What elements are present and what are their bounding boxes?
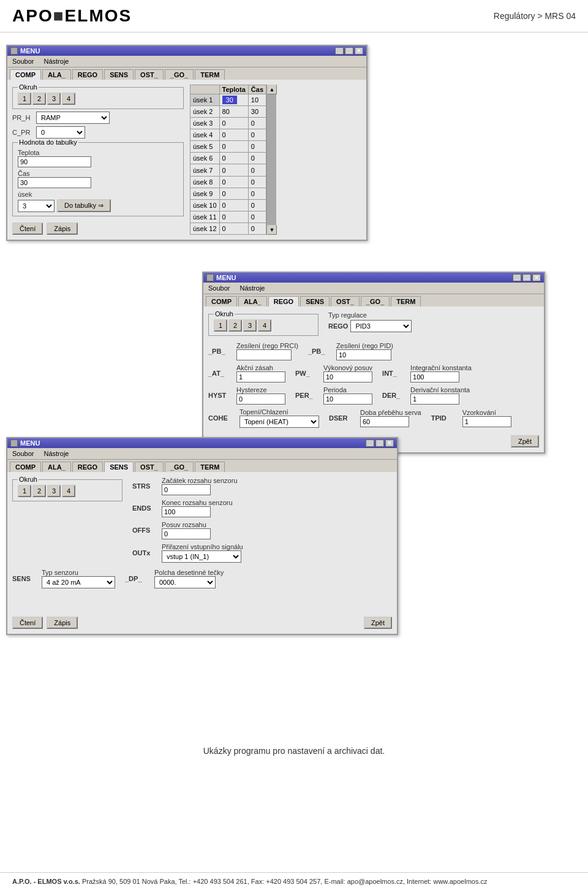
topeni-chlazeni-select[interactable]: Topení (HEAT) Chlazení (COOL) [239, 416, 319, 428]
c-pr-select[interactable]: 0 [36, 126, 85, 139]
w2-okruh-btn-2[interactable]: 2 [228, 319, 242, 332]
win3-menu-soubor[interactable]: Soubor [10, 449, 36, 458]
vzorkovani-input[interactable]: 1 [462, 416, 511, 427]
win2-row1: Okruh 1 2 3 4 Typ regulace REGO PID3 P [208, 311, 539, 338]
prirazeni-label: Přiřazení vstupního signálu [162, 543, 243, 550]
offs-input[interactable]: 0 [162, 528, 211, 539]
w3-tab-comp[interactable]: COMP [10, 462, 41, 472]
pr-h-select[interactable]: RAMP STEP NONE [36, 112, 110, 124]
win1-maximize[interactable]: □ [345, 47, 353, 55]
tab-rego[interactable]: REGO [72, 69, 103, 80]
usek-cas-cell: 0 [248, 211, 266, 222]
win3-zapis-btn[interactable]: Zápis [47, 617, 78, 629]
w2-okruh-btn-1[interactable]: 1 [214, 319, 227, 332]
usek-table: Teplota Čas úsek 13010úsek 28030úsek 300… [190, 85, 266, 235]
w2-tab-go[interactable]: _GO_ [361, 296, 390, 306]
win3-close[interactable]: ✕ [385, 439, 394, 447]
win3-minimize[interactable]: _ [366, 439, 374, 447]
w3-tab-ala[interactable]: ALA_ [42, 462, 71, 472]
win1-menu-nastroje[interactable]: Nástroje [41, 57, 71, 66]
usek-teplota-cell: 0 [219, 164, 248, 176]
w3-okruh-btn-4[interactable]: 4 [62, 485, 75, 497]
w2-tab-ost[interactable]: OST_ [331, 296, 360, 306]
win2-zpet-btn[interactable]: Zpět [511, 435, 539, 447]
w3-okruh-btn-3[interactable]: 3 [47, 485, 61, 497]
usek-row-label: úsek 9 [190, 188, 220, 199]
tab-sens[interactable]: SENS [104, 69, 134, 80]
typ-senzoru-select[interactable]: 4 až 20 mA 0-10VPt100Pt1000 [42, 576, 115, 588]
okruh-btn-4[interactable]: 4 [62, 93, 75, 105]
cas-input[interactable]: 30 [18, 177, 91, 188]
w3-tab-sens[interactable]: SENS [104, 462, 134, 472]
integracni-input[interactable]: 100 [410, 371, 459, 382]
w2-okruh-btn-4[interactable]: 4 [258, 319, 271, 332]
tab-go[interactable]: _GO_ [165, 69, 194, 80]
tab-term[interactable]: TERM [195, 69, 225, 80]
zesileni-prci-input[interactable] [236, 349, 292, 360]
vykonovy-posuv-input[interactable]: 10 [323, 371, 372, 382]
scroll-down-btn[interactable]: ▼ [267, 225, 277, 235]
perioda-input[interactable]: 10 [323, 394, 372, 405]
zesileni-prci-label: Zesílení (rego PRCI) [236, 342, 298, 349]
tab-comp[interactable]: COMP [10, 69, 41, 80]
polcha-select[interactable]: 0000. 000.000.000.000 [154, 576, 216, 588]
zesileni-prci-block: Zesílení (rego PRCI) [236, 342, 298, 360]
win3-zpet-btn[interactable]: Zpět [364, 617, 392, 629]
prirazeni-select[interactable]: vstup 1 (IN_1) vstup 2 (IN_2)vstup 3 (IN… [162, 550, 241, 563]
do-tabulky-btn[interactable]: Do tabulky ⇒ [57, 199, 111, 212]
win1-icon [10, 47, 18, 55]
doba-prebehu-input[interactable]: 60 [360, 416, 409, 427]
per-label: PER_ [295, 392, 314, 399]
win3-left-btns: Čtení Zápis [12, 617, 78, 629]
typ-regulace-label: Typ regulace [328, 311, 412, 319]
win1-menu-soubor[interactable]: Soubor [10, 57, 36, 66]
sens-label: SENS [12, 575, 37, 582]
w3-okruh-btn-1[interactable]: 1 [18, 485, 31, 497]
hystereze-input[interactable]: 0 [236, 394, 285, 405]
w3-tab-ost[interactable]: OST_ [135, 462, 164, 472]
c-pr-row: C_PR 0 [12, 126, 184, 139]
akcni-zasah-input[interactable]: 1 [236, 371, 285, 382]
usek-select[interactable]: 3 1245 [18, 200, 55, 212]
tab-ala[interactable]: ALA_ [42, 69, 71, 80]
usek-row-label: úsek 8 [190, 176, 220, 188]
strs-input[interactable]: 0 [162, 484, 211, 495]
w2-tab-sens[interactable]: SENS [300, 296, 330, 306]
ends-input[interactable]: 100 [162, 506, 211, 517]
win3-maximize[interactable]: □ [375, 439, 384, 447]
okruh-btn-2[interactable]: 2 [32, 93, 46, 105]
w3-okruh-btn-2[interactable]: 2 [32, 485, 46, 497]
w2-tab-term[interactable]: TERM [391, 296, 421, 306]
cteni-btn[interactable]: Čtení [12, 222, 43, 235]
win3-cteni-btn[interactable]: Čtení [12, 617, 43, 629]
okruh-btn-1[interactable]: 1 [18, 93, 31, 105]
win3-menu-nastroje[interactable]: Nástroje [41, 449, 71, 458]
w3-tab-go[interactable]: _GO_ [165, 462, 194, 472]
win1-close[interactable]: ✕ [355, 47, 363, 55]
win1-main-layout: Okruh 1 2 3 4 PR_H RAMP STEP [12, 85, 361, 235]
typ-regulace-select[interactable]: PID3 PID2PID1ON/OFF [350, 320, 412, 332]
w3-tab-rego[interactable]: REGO [72, 462, 103, 472]
caption-container: Ukázky programu pro nastavení a archivac… [0, 746, 588, 756]
win2-menu-nastroje[interactable]: Nástroje [237, 284, 267, 292]
win2-minimize[interactable]: _ [513, 274, 521, 281]
w3-tab-term[interactable]: TERM [195, 462, 225, 472]
derivacni-input[interactable]: 1 [410, 394, 459, 405]
win1-scrollbar[interactable]: ▲ ▼ [266, 85, 276, 235]
scroll-up-btn[interactable]: ▲ [267, 85, 277, 94]
zesileni-pid-input[interactable]: 10 [336, 349, 391, 360]
pw-label: PW_ [295, 370, 314, 377]
zapis-btn[interactable]: Zápis [47, 222, 78, 235]
w2-tab-ala[interactable]: ALA_ [238, 296, 267, 306]
teplota-input[interactable]: 90 [18, 156, 91, 167]
w2-tab-rego[interactable]: REGO [268, 296, 299, 306]
tab-ost[interactable]: OST_ [135, 69, 164, 80]
win2-menu-soubor[interactable]: Soubor [206, 284, 232, 292]
usek-teplota-cell: 0 [219, 129, 248, 141]
w2-okruh-btn-3[interactable]: 3 [243, 319, 257, 332]
win2-close[interactable]: ✕ [532, 274, 541, 281]
w2-tab-comp[interactable]: COMP [206, 296, 237, 306]
win2-maximize[interactable]: □ [522, 274, 531, 281]
okruh-btn-3[interactable]: 3 [47, 93, 61, 105]
win1-minimize[interactable]: _ [335, 47, 344, 55]
